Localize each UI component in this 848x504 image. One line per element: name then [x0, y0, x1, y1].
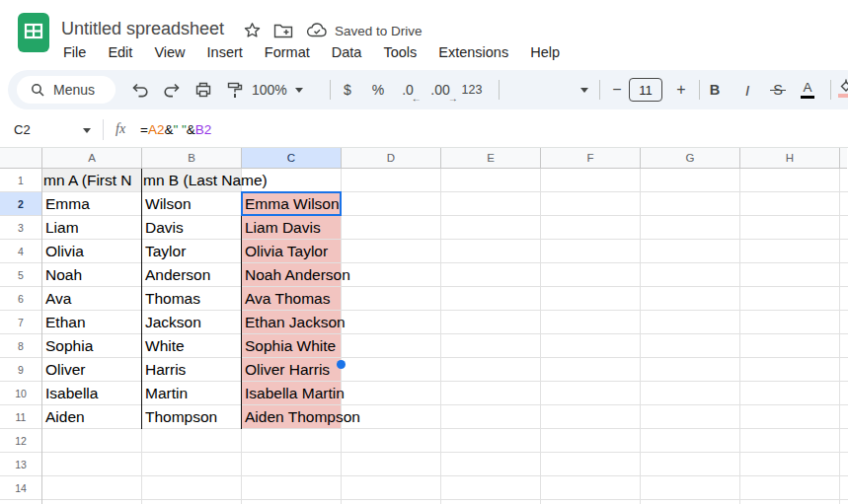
cell-A6[interactable]: Ava [45, 287, 98, 311]
row-header-2[interactable]: 2 [0, 192, 41, 216]
cell-B3[interactable]: Davis [145, 216, 217, 240]
cell-B4[interactable]: Taylor [145, 240, 217, 263]
cell-C6[interactable]: Ava Thomas [245, 287, 360, 311]
cell-C4[interactable]: Olivia Taylor [245, 240, 360, 263]
row-header-8[interactable]: 8 [0, 334, 41, 358]
row-header-15[interactable]: 15 [0, 500, 41, 504]
cell-B6[interactable]: Thomas [145, 287, 217, 311]
cell-B1[interactable]: mn B (Last Name) [143, 169, 268, 192]
cell-C7[interactable]: Ethan Jackson [245, 311, 360, 334]
chevron-down-icon [295, 88, 303, 93]
fill-color-button[interactable] [838, 79, 848, 98]
menu-file[interactable]: File [52, 43, 97, 62]
menu-format[interactable]: Format [254, 43, 321, 62]
cell-A1[interactable]: mn A (First N [43, 169, 141, 192]
document-title[interactable]: Untitled spreadsheet [61, 19, 224, 39]
menu-tools[interactable]: Tools [372, 43, 427, 62]
menu-help[interactable]: Help [519, 43, 571, 62]
cell-B5[interactable]: Anderson [145, 263, 217, 287]
chevron-down-icon[interactable] [83, 128, 91, 133]
cell-C5[interactable]: Noah Anderson [245, 263, 360, 287]
cell-A10[interactable]: Isabella [45, 382, 98, 405]
column-header-d[interactable]: D [342, 148, 441, 169]
cell-B9[interactable]: Harris [145, 358, 217, 382]
text-color-button[interactable]: A [796, 78, 819, 102]
row-header-3[interactable]: 3 [0, 216, 41, 240]
cell-A9[interactable]: Oliver [45, 358, 98, 382]
document-status-button[interactable] [306, 22, 328, 39]
row-header-11[interactable]: 11 [0, 405, 41, 429]
format-percent-button[interactable]: % [366, 78, 390, 102]
row-header-14[interactable]: 14 [0, 476, 41, 500]
cell-A2[interactable]: Emma [45, 192, 98, 216]
column-header-f[interactable]: F [541, 148, 641, 169]
decrease-decimal-button[interactable]: .0← [396, 78, 420, 102]
row-header-4[interactable]: 4 [0, 240, 41, 263]
strikethrough-button[interactable]: S [766, 78, 790, 102]
italic-button[interactable]: I [735, 78, 759, 102]
column-header-e[interactable]: E [441, 148, 541, 169]
increase-font-size-button[interactable]: + [669, 78, 693, 102]
row-header-6[interactable]: 6 [0, 287, 41, 311]
fill-handle[interactable] [337, 360, 346, 369]
row-header-5[interactable]: 5 [0, 263, 41, 287]
cell-A3[interactable]: Liam [45, 216, 98, 240]
cell-A11[interactable]: Aiden [45, 405, 98, 429]
name-box[interactable]: C2 [14, 122, 31, 137]
cell-B7[interactable]: Jackson [145, 311, 217, 334]
cell-A4[interactable]: Olivia [45, 240, 98, 263]
cell-B8[interactable]: White [145, 334, 217, 358]
arrow-left-icon: ← [412, 93, 422, 104]
sheets-logo-icon[interactable] [17, 12, 50, 53]
menu-data[interactable]: Data [321, 43, 373, 62]
more-formats-button[interactable]: 123 [460, 78, 484, 102]
cell-C8[interactable]: Sophia White [245, 334, 360, 358]
row-header-9[interactable]: 9 [0, 358, 41, 382]
cell-C10[interactable]: Isabella Martin [245, 382, 360, 405]
increase-decimal-button[interactable]: .00→ [428, 78, 452, 102]
move-to-folder-button[interactable] [272, 22, 294, 39]
column-header-c[interactable]: C [242, 148, 342, 169]
decrease-font-size-button[interactable]: − [605, 78, 629, 102]
zoom-select[interactable]: 100% [252, 78, 303, 102]
cell-B2[interactable]: Wilson [145, 192, 217, 216]
font-family-select[interactable] [513, 78, 588, 102]
star-button[interactable] [241, 22, 263, 39]
paint-format-button[interactable] [223, 78, 247, 102]
row-header-13[interactable]: 13 [0, 453, 41, 476]
cell-C3[interactable]: Liam Davis [245, 216, 360, 240]
font-size-input[interactable]: 11 [629, 78, 662, 102]
cell-A8[interactable]: Sophia [45, 334, 98, 358]
row-header-7[interactable]: 7 [0, 311, 41, 334]
search-menus-label: Menus [53, 82, 95, 98]
column-header-a[interactable]: A [42, 148, 142, 169]
decrease-decimal-glyph: .0← [402, 82, 414, 98]
bold-button[interactable]: B [703, 78, 727, 102]
select-all-corner[interactable] [0, 148, 42, 169]
formula-input[interactable]: =A2&" "&B2 [140, 122, 211, 137]
column-header-g[interactable]: G [641, 148, 740, 169]
cell-A7[interactable]: Ethan [45, 311, 98, 334]
cell-A5[interactable]: Noah [45, 263, 98, 287]
menu-extensions[interactable]: Extensions [427, 43, 519, 62]
row-header-12[interactable]: 12 [0, 429, 41, 453]
menu-view[interactable]: View [143, 43, 195, 62]
cell-border-vertical-b [241, 192, 242, 429]
formula-bar-divider [103, 119, 104, 140]
column-header-b[interactable]: B [142, 148, 242, 169]
row-header-1[interactable]: 1 [0, 169, 41, 192]
column-header-h[interactable]: H [740, 148, 840, 169]
search-menus-button[interactable]: Menus [17, 76, 116, 104]
cell-C11[interactable]: Aiden Thompson [245, 405, 360, 429]
formula-token-ref-a2: A2 [148, 122, 165, 137]
redo-button[interactable] [160, 78, 184, 102]
menu-insert[interactable]: Insert [196, 43, 254, 62]
toolbar-divider [499, 80, 500, 100]
print-button[interactable] [192, 78, 215, 102]
cell-B10[interactable]: Martin [145, 382, 217, 405]
cell-B11[interactable]: Thompson [145, 405, 217, 429]
menu-edit[interactable]: Edit [97, 43, 143, 62]
row-header-10[interactable]: 10 [0, 382, 41, 405]
undo-button[interactable] [128, 78, 152, 102]
format-currency-button[interactable]: $ [336, 78, 359, 102]
